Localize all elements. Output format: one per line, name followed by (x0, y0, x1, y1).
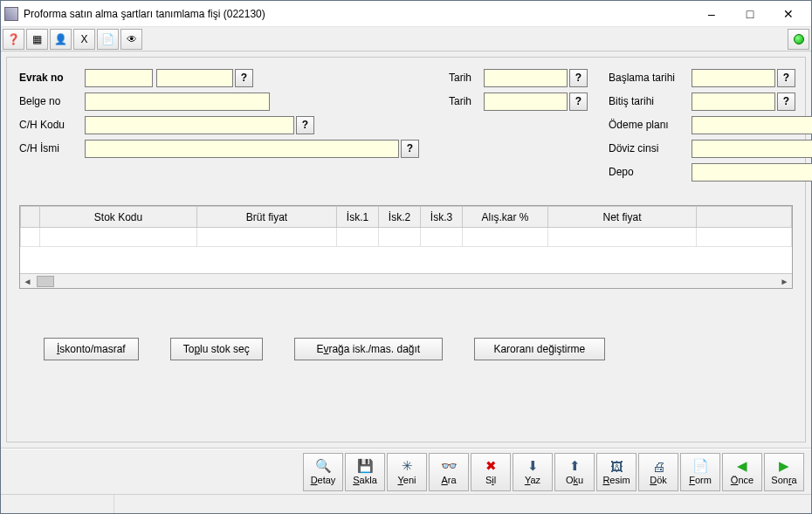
odeme-input[interactable] (692, 116, 812, 134)
tarih2-label: Tarih (449, 95, 484, 107)
action-row: İskonto/masraf Toplu stok seç Evrağa isk… (19, 338, 793, 360)
main-panel: Evrak no ? Belge no C/H Kodu ? (6, 57, 806, 442)
ara-label: Ara (441, 476, 456, 485)
dok-button[interactable]: 🖨Dök (638, 453, 678, 491)
content-area: Evrak no ? Belge no C/H Kodu ? (1, 51, 811, 449)
grid-header-extra[interactable] (697, 207, 792, 228)
xls-icon[interactable]: X (73, 29, 95, 50)
app-window: Proforma satın alma şartları tanımlama f… (0, 0, 812, 514)
baslama-input[interactable] (692, 69, 775, 87)
grid-horizontal-scrollbar[interactable]: ◄ ► (20, 273, 792, 288)
evrak-no-2-input[interactable] (156, 69, 233, 87)
oku-icon: ⬆ (567, 458, 582, 474)
ch-kodu-label: C/H Kodu (19, 119, 85, 131)
oku-label: Oku (566, 476, 583, 485)
evrak-no-lookup-button[interactable]: ? (235, 69, 253, 87)
form-area: Evrak no ? Belge no C/H Kodu ? (19, 66, 793, 184)
detay-label: Detay (311, 476, 336, 485)
sonra-button[interactable]: ▶Sonra (764, 453, 804, 491)
resim-icon: 🖼 (609, 458, 624, 474)
yeni-label: Yeni (397, 476, 416, 485)
evraga-dagit-button[interactable]: Evrağa isk./mas. dağıt (294, 338, 443, 360)
grid-header-isk1[interactable]: İsk.1 (337, 207, 379, 228)
grid-header-blank[interactable] (21, 207, 40, 228)
belge-no-input[interactable] (85, 93, 270, 111)
maximize-button[interactable]: □ (731, 2, 769, 26)
tarih1-lookup-button[interactable]: ? (569, 69, 588, 87)
oku-button[interactable]: ⬆Oku (554, 453, 595, 491)
ara-icon: 👓 (441, 458, 457, 474)
close-button[interactable]: ✕ (769, 2, 808, 26)
bottom-toolbar: 🔍Detay💾Sakla✳Yeni👓Ara✖Sil⬇Yaz⬆Oku🖼Resim🖨… (1, 449, 811, 494)
tarih1-label: Tarih (449, 72, 484, 84)
form-col-3: Başlama tarihi ? Bitiş tarihi ? Ödeme pl… (609, 66, 812, 184)
yaz-button[interactable]: ⬇Yaz (513, 453, 553, 491)
tarih1-input[interactable] (484, 69, 568, 87)
grid-header-net-fiyat[interactable]: Net fiyat (548, 207, 697, 228)
eye-icon[interactable]: 👁 (120, 29, 142, 50)
bitis-lookup-button[interactable]: ? (777, 93, 795, 111)
form-icon: 📄 (692, 458, 708, 474)
once-icon: ◀ (734, 458, 750, 474)
grid-header-isk3[interactable]: İsk.3 (421, 207, 463, 228)
form-button[interactable]: 📄Form (680, 453, 720, 491)
odeme-label: Ödeme planı (609, 119, 692, 131)
grid-header-brut-fiyat[interactable]: Brüt fiyat (197, 207, 337, 228)
grid-table: Stok Kodu Brüt fiyat İsk.1 İsk.2 İsk.3 A… (20, 206, 792, 266)
sil-button[interactable]: ✖Sil (471, 453, 511, 491)
bitis-label: Bitiş tarihi (609, 95, 692, 107)
sil-label: Sil (485, 476, 496, 485)
minimize-button[interactable]: – (692, 2, 731, 26)
titlebar: Proforma satın alma şartları tanımlama f… (1, 1, 811, 27)
toplu-stok-sec-button[interactable]: Toplu stok seç (170, 338, 263, 360)
yeni-button[interactable]: ✳Yeni (387, 453, 427, 491)
scroll-left-arrow[interactable]: ◄ (20, 275, 35, 288)
dok-label: Dök (650, 476, 667, 485)
tarih2-input[interactable] (484, 93, 568, 111)
table-row[interactable] (21, 247, 792, 266)
sonra-label: Sonra (771, 476, 796, 485)
user-icon[interactable]: 👤 (50, 29, 72, 50)
window-title: Proforma satın alma şartları tanımlama f… (24, 8, 692, 20)
bitis-input[interactable] (692, 93, 775, 111)
sakla-button[interactable]: 💾Sakla (345, 453, 385, 491)
baslama-lookup-button[interactable]: ? (777, 69, 795, 87)
yaz-label: Yaz (525, 476, 540, 485)
status-cell-1 (1, 495, 114, 513)
top-toolbar: ❓ ▦ 👤 X 📄 👁 (1, 27, 811, 51)
scroll-thumb[interactable] (37, 276, 54, 287)
resim-button[interactable]: 🖼Resim (596, 453, 637, 491)
grid-header-isk2[interactable]: İsk.2 (379, 207, 421, 228)
ch-kodu-input[interactable] (85, 116, 294, 134)
help-icon[interactable]: ❓ (3, 29, 24, 50)
detay-icon: 🔍 (315, 458, 331, 474)
table-row[interactable] (21, 228, 792, 247)
evrak-no-label: Evrak no (19, 72, 85, 84)
evrak-no-1-input[interactable] (85, 69, 153, 87)
karorani-degistirme-button[interactable]: Karoranı değiştirme (474, 338, 605, 360)
once-label: Önce (731, 476, 754, 485)
grid-icon[interactable]: ▦ (26, 29, 48, 50)
ara-button[interactable]: 👓Ara (429, 453, 469, 491)
form-col-2: Tarih ? Tarih ? (335, 66, 588, 184)
status-cell-2 (114, 495, 811, 513)
once-button[interactable]: ◀Önce (722, 453, 762, 491)
depo-input[interactable] (692, 163, 812, 182)
belge-no-label: Belge no (19, 95, 85, 107)
ch-kodu-lookup-button[interactable]: ? (296, 116, 314, 134)
detay-button[interactable]: 🔍Detay (303, 453, 343, 491)
grid-header-alis-kar[interactable]: Alış.kar % (463, 207, 548, 228)
tarih2-lookup-button[interactable]: ? (569, 93, 588, 111)
yaz-icon: ⬇ (525, 458, 540, 474)
baslama-label: Başlama tarihi (609, 72, 692, 84)
grid-header-stok-kodu[interactable]: Stok Kodu (40, 207, 197, 228)
depo-label: Depo (609, 166, 692, 178)
status-indicator[interactable] (788, 29, 809, 50)
doviz-input[interactable] (692, 140, 812, 158)
sakla-icon: 💾 (357, 458, 373, 474)
iskonto-masraf-button[interactable]: İskonto/masraf (44, 338, 139, 360)
scroll-right-arrow[interactable]: ► (777, 275, 792, 288)
note-icon[interactable]: 📄 (97, 29, 119, 50)
items-grid[interactable]: Stok Kodu Brüt fiyat İsk.1 İsk.2 İsk.3 A… (19, 205, 793, 289)
sonra-icon: ▶ (776, 458, 792, 474)
